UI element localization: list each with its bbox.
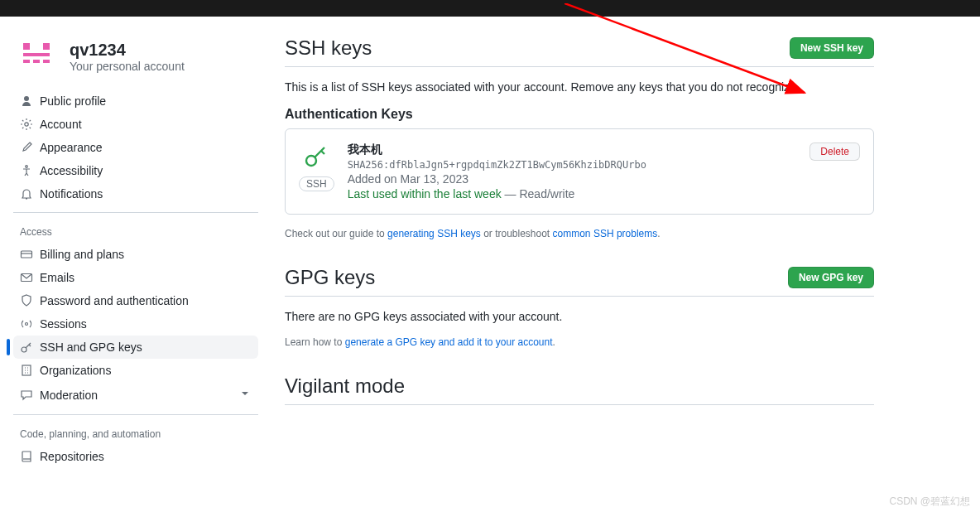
svg-point-11 [26,323,28,326]
vigilant-title: Vigilant mode [285,374,405,398]
sidebar-item-appearance[interactable]: Appearance [13,136,258,159]
sidebar-item-organizations[interactable]: Organizations [13,359,258,382]
chevron-down-icon [238,387,252,403]
sidebar-item-emails[interactable]: Emails [13,266,258,289]
sidebar-item-label: SSH and GPG keys [40,341,252,354]
svg-rect-1 [23,43,30,50]
mail-icon [20,271,33,284]
avatar [17,36,56,76]
shield-lock-icon [20,294,33,307]
svg-point-8 [26,166,28,168]
sidebar-item-repositories[interactable]: Repositories [13,445,258,468]
gpg-description: There are no GPG keys associated with yo… [285,310,874,323]
generating-ssh-keys-link[interactable]: generating SSH keys [387,228,481,239]
ssh-help-text: Check out our guide to generating SSH ke… [285,228,874,239]
separator: — [502,187,520,200]
main-content: Go to your personal profile SSH keys New… [258,17,887,481]
ssh-section-header: SSH keys New SSH key [285,36,874,67]
svg-rect-6 [43,60,50,63]
sidebar-item-moderation[interactable]: Moderation [13,382,258,408]
sidebar-item-label: Moderation [40,389,238,402]
sidebar-item-label: Public profile [40,94,252,108]
sidebar-item-label: Accessibility [40,164,252,177]
paintbrush-icon [20,141,33,154]
svg-rect-3 [23,53,50,56]
new-ssh-key-button[interactable]: New SSH key [790,37,874,59]
user-header: qv1234 Your personal account [13,36,258,76]
svg-rect-13 [22,365,31,375]
new-gpg-key-button[interactable]: New GPG key [788,267,874,288]
sidebar-item-sessions[interactable]: Sessions [13,312,258,336]
sidebar-item-label: Account [40,118,252,131]
ssh-key-added: Added on Mar 13, 2023 [348,172,810,186]
svg-rect-4 [23,60,30,63]
sidebar-item-label: Organizations [40,364,252,377]
ssh-key-title: 我本机 [348,142,810,157]
key-icon [303,142,329,171]
broadcast-icon [20,317,33,331]
user-name: qv1234 [70,41,185,60]
svg-rect-9 [22,251,32,258]
svg-point-7 [25,123,28,126]
ssh-title: SSH keys [285,36,372,60]
svg-rect-2 [43,43,50,50]
sidebar-item-label: Billing and plans [40,248,252,261]
accessibility-icon [20,164,33,177]
top-header-bar [0,0,980,17]
vigilant-section-header: Vigilant mode [285,374,874,405]
bell-icon [20,187,33,200]
comment-icon [20,389,33,402]
sidebar-heading-code: Code, planning, and automation [13,422,258,445]
ssh-key-access: Read/write [519,187,574,200]
ssh-key-last-used: Last used within the last week [348,187,502,200]
sidebar-item-billing[interactable]: Billing and plans [13,243,258,266]
auth-keys-heading: Authentication Keys [285,107,874,122]
sidebar-item-label: Appearance [40,141,252,154]
common-ssh-problems-link[interactable]: common SSH problems [553,228,658,239]
sidebar: qv1234 Your personal account Public prof… [13,17,258,481]
sidebar-item-public-profile[interactable]: Public profile [13,89,258,113]
generate-gpg-key-link[interactable]: generate a GPG key and add it to your ac… [345,336,553,348]
ssh-key-fingerprint: SHA256:dfRblaJgn5+rgpdqimZk2ZT1BwCym56Kh… [348,159,810,171]
sidebar-item-notifications[interactable]: Notifications [13,182,258,205]
gear-icon [20,118,33,131]
gpg-section-header: GPG keys New GPG key [285,266,874,297]
organization-icon [20,364,33,377]
repo-icon [20,450,33,463]
ssh-description: This is a list of SSH keys associated wi… [285,80,874,94]
gpg-help-text: Learn how to generate a GPG key and add … [285,336,874,348]
person-icon [20,94,33,108]
ssh-badge: SSH [299,176,334,191]
delete-ssh-key-button[interactable]: Delete [809,142,860,161]
sidebar-item-label: Password and authentication [40,294,252,307]
sidebar-item-accessibility[interactable]: Accessibility [13,159,258,182]
key-icon [20,341,33,354]
credit-card-icon [20,248,33,261]
sidebar-item-label: Emails [40,271,252,284]
ssh-key-item: SSH 我本机 SHA256:dfRblaJgn5+rgpdqimZk2ZT1B… [285,128,874,215]
sidebar-item-label: Notifications [40,187,252,200]
sidebar-heading-access: Access [13,220,258,243]
sidebar-item-password[interactable]: Password and authentication [13,289,258,312]
user-subtitle: Your personal account [70,60,185,73]
svg-rect-5 [33,60,40,63]
sidebar-item-account[interactable]: Account [13,113,258,136]
sidebar-item-label: Sessions [40,317,252,331]
sidebar-item-ssh-gpg[interactable]: SSH and GPG keys [13,336,258,359]
gpg-title: GPG keys [285,266,375,289]
sidebar-item-label: Repositories [40,450,252,463]
